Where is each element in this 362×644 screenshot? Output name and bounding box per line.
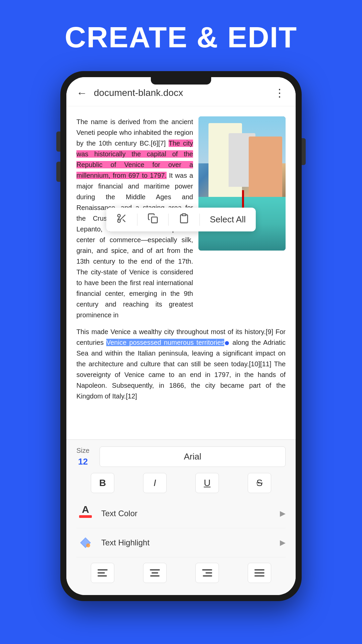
more-menu-button[interactable]: ⋮ [274, 87, 286, 99]
align-left-button[interactable] [91, 563, 114, 583]
toolbar-divider-2 [168, 214, 169, 226]
text-color-icon: A [76, 504, 95, 523]
paragraph-1-continuation: It was a major financial and maritime po… [76, 172, 193, 319]
copy-button[interactable] [147, 213, 158, 226]
color-a-letter: A [82, 504, 89, 515]
text-toolbar-popup: Select All [106, 208, 256, 231]
svg-point-1 [118, 220, 120, 222]
back-button[interactable]: ← [76, 87, 87, 99]
phone-notch [151, 77, 211, 85]
align-right-icon [202, 569, 212, 577]
text-color-arrow-icon: ▶ [280, 509, 286, 518]
toolbar-divider-3 [199, 214, 200, 226]
toolbar-divider-1 [137, 214, 137, 226]
cut-button[interactable] [116, 213, 127, 226]
text-color-row[interactable]: A Text Color ▶ [76, 499, 286, 528]
paste-button[interactable] [179, 213, 189, 226]
svg-point-0 [118, 214, 120, 217]
alignment-row [76, 557, 286, 588]
text-cursor [225, 341, 229, 345]
page-title: CREATE & EDIT [65, 20, 297, 54]
bold-button[interactable]: B [91, 473, 114, 493]
strikethrough-button[interactable]: S [248, 473, 271, 493]
size-label: Size [76, 447, 89, 454]
align-center-icon [150, 569, 160, 577]
font-size-section: Size 12 [76, 447, 89, 467]
select-all-button[interactable]: Select All [210, 214, 246, 225]
align-left-icon [98, 569, 108, 577]
highlight-icon [76, 534, 95, 552]
text-highlight-row[interactable]: Text Highlight ▶ [76, 528, 286, 557]
size-value[interactable]: 12 [78, 457, 88, 467]
paragraph-2-selected: Venice possessed numerous territories [106, 339, 224, 346]
document-paragraph-2: This made Venice a wealthy city througho… [76, 326, 286, 401]
align-justify-icon [254, 569, 264, 577]
text-highlight-arrow-icon: ▶ [280, 538, 286, 547]
document-content: The name is derived from the ancient Ven… [66, 106, 296, 439]
document-title: document-blank.docx [94, 88, 274, 98]
paragraph-2-end: along the Adriatic Sea and within the It… [76, 339, 286, 400]
align-right-button[interactable] [195, 563, 219, 583]
font-row: Size 12 Arial [76, 446, 286, 467]
svg-rect-6 [182, 214, 186, 216]
text-highlight-label: Text Highlight [101, 538, 280, 547]
format-panel: Size 12 Arial B I U S A Text Color ▶ [66, 439, 296, 595]
italic-button[interactable]: I [143, 473, 167, 493]
underline-button[interactable]: U [195, 473, 219, 493]
svg-rect-5 [152, 217, 157, 223]
svg-line-3 [123, 219, 125, 222]
align-justify-button[interactable] [248, 563, 271, 583]
svg-point-9 [86, 543, 90, 547]
color-bar [79, 515, 92, 518]
font-name-selector[interactable]: Arial [100, 446, 286, 467]
phone-screen: ← document-blank.docx ⋮ The name is deri… [66, 77, 296, 595]
text-color-label: Text Color [101, 509, 280, 518]
phone-frame: ← document-blank.docx ⋮ The name is deri… [60, 71, 302, 601]
align-center-button[interactable] [143, 563, 167, 583]
format-buttons-row: B I U S [76, 473, 286, 493]
